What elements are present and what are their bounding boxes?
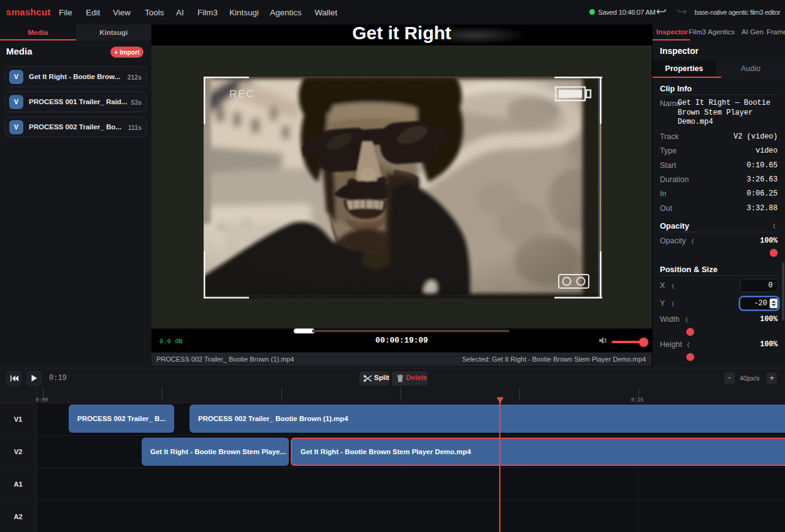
svg-text:REC: REC (229, 88, 255, 100)
